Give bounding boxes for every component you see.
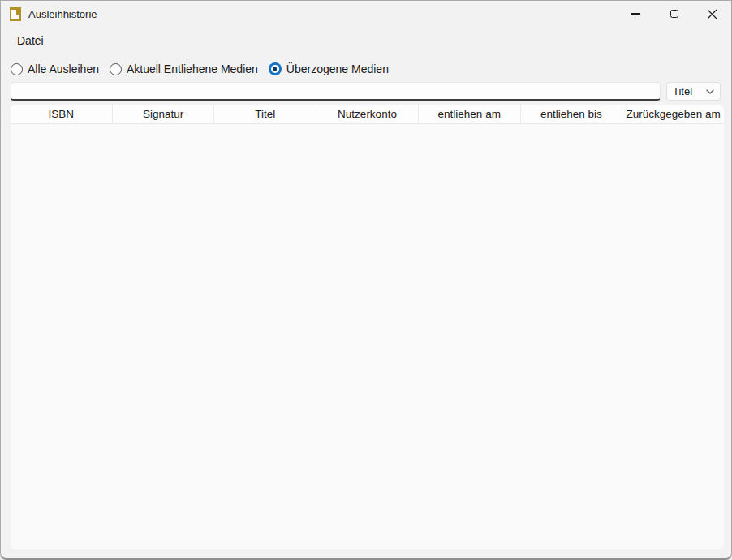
column-header-entliehen-am[interactable]: entliehen am xyxy=(419,105,521,123)
window-controls xyxy=(617,1,731,27)
book-app-icon xyxy=(10,7,21,21)
radio-aktuell-entliehene-medien[interactable]: Aktuell Entliehene Medien xyxy=(110,62,258,75)
column-header-nutzerkonto[interactable]: Nutzerkonto xyxy=(316,105,419,123)
radio-label: Alle Ausleihen xyxy=(28,62,99,75)
column-header-zurueckgegeben-am[interactable]: Zurückgegeben am xyxy=(622,105,724,123)
table-body[interactable] xyxy=(11,124,724,549)
loan-history-table: ISBN Signatur Titel Nutzerkonto entliehe… xyxy=(11,105,724,549)
combobox-value: Titel xyxy=(673,85,692,97)
window-title: Ausleihhistorie xyxy=(28,8,97,20)
filter-row: Alle Ausleihen Aktuell Entliehene Medien… xyxy=(11,58,389,80)
column-header-signatur[interactable]: Signatur xyxy=(113,105,215,123)
radio-icon xyxy=(11,63,23,75)
chevron-down-icon xyxy=(706,89,714,94)
minimize-icon xyxy=(631,13,640,14)
table-header: ISBN Signatur Titel Nutzerkonto entliehe… xyxy=(11,105,724,124)
search-input[interactable] xyxy=(11,82,661,101)
maximize-icon xyxy=(670,10,678,18)
radio-ueberzogene-medien[interactable]: Überzogene Medien xyxy=(269,62,389,75)
radio-label: Aktuell Entliehene Medien xyxy=(127,62,258,75)
search-field-combobox[interactable]: Titel xyxy=(666,82,721,101)
menu-item-datei[interactable]: Datei xyxy=(15,32,45,49)
search-row: Titel xyxy=(11,82,721,101)
maximize-button[interactable] xyxy=(655,1,693,27)
column-header-entliehen-bis[interactable]: entliehen bis xyxy=(521,105,623,123)
menubar: Datei xyxy=(1,28,731,50)
titlebar[interactable]: Ausleihhistorie xyxy=(1,1,731,27)
column-header-isbn[interactable]: ISBN xyxy=(11,105,113,123)
radio-icon xyxy=(269,62,282,75)
close-icon xyxy=(707,9,717,19)
radio-alle-ausleihen[interactable]: Alle Ausleihen xyxy=(11,62,99,75)
window-ausleihhistorie: Ausleihhistorie Datei Alle Ausleihen xyxy=(0,0,732,560)
close-button[interactable] xyxy=(693,1,731,27)
radio-icon xyxy=(110,63,122,75)
radio-label: Überzogene Medien xyxy=(286,62,389,75)
column-header-titel[interactable]: Titel xyxy=(214,105,316,123)
minimize-button[interactable] xyxy=(617,1,655,27)
